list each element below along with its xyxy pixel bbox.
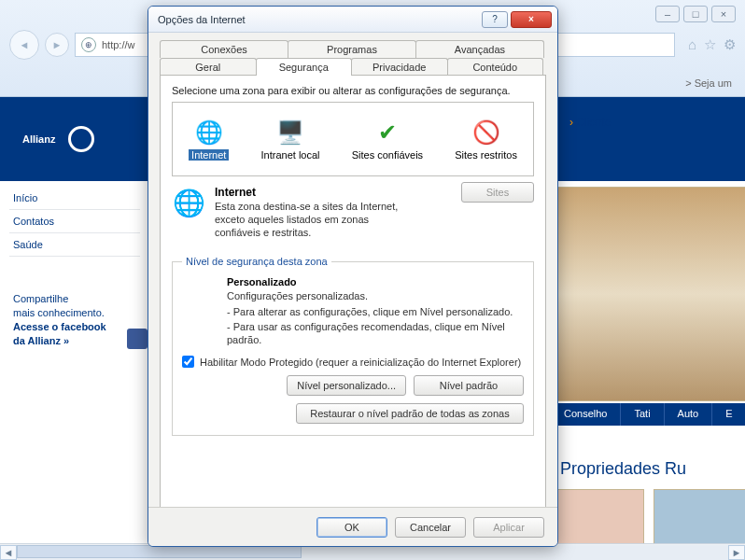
custom-title: Personalizado xyxy=(227,276,524,287)
tab-conteudo[interactable]: Conteúdo xyxy=(447,58,544,76)
zone-trusted-label: Sites confiáveis xyxy=(352,149,423,161)
zone-intranet-label: Intranet local xyxy=(261,149,320,161)
custom-line1: Configurações personalizadas. xyxy=(227,289,524,302)
hero-photo xyxy=(551,187,745,401)
nav-saude[interactable]: Saúde xyxy=(9,233,140,257)
zone-intranet[interactable]: 🖥️ Intranet local xyxy=(256,117,326,162)
brand-logo-text: Allianz xyxy=(22,133,55,145)
tab-geral[interactable]: Geral xyxy=(160,58,257,76)
breadcrumb-text: > Seja um xyxy=(685,77,732,89)
globe-icon: 🌐 xyxy=(172,186,205,219)
thumb-photo-1 xyxy=(551,489,644,543)
tile-tati[interactable]: Tati xyxy=(621,403,664,426)
tab-conexoes[interactable]: Conexões xyxy=(160,40,288,58)
tile-e[interactable]: E xyxy=(712,403,745,426)
thumbs-up-icon xyxy=(127,329,148,349)
custom-line2: - Para alterar as configurações, clique … xyxy=(227,305,524,318)
tools-icon[interactable]: ⚙ xyxy=(724,36,736,53)
url-text: http://w xyxy=(102,39,134,50)
zone-desc-title: Internet xyxy=(215,186,401,199)
tab-panel-seguranca: Selecione uma zona para exibir ou altera… xyxy=(160,75,546,519)
tile-auto[interactable]: Auto xyxy=(665,403,713,426)
scroll-left-arrow[interactable]: ◄ xyxy=(0,545,17,560)
zone-trusted[interactable]: ✔ Sites confiáveis xyxy=(346,117,429,162)
restore-all-button[interactable]: Restaurar o nível padrão de todas as zon… xyxy=(296,403,524,424)
custom-line3: - Para usar as configurações recomendada… xyxy=(227,320,524,347)
forward-button[interactable]: ► xyxy=(45,33,69,57)
window-close-button[interactable]: × xyxy=(711,6,736,22)
ok-button[interactable]: OK xyxy=(316,517,387,538)
tab-privacidade[interactable]: Privacidade xyxy=(351,58,448,76)
dialog-title: Opções da Internet xyxy=(158,14,479,25)
custom-level-button[interactable]: Nível personalizado... xyxy=(287,375,406,396)
category-tile-bar: Conselho Tati Auto E xyxy=(551,403,745,426)
fb-line2: mais conhecimento. xyxy=(13,306,136,320)
apply-button[interactable]: Aplicar xyxy=(473,517,544,538)
fb-line4: da Allianz » xyxy=(13,334,136,348)
thumb-photo-2 xyxy=(654,489,745,543)
dialog-footer: OK Cancelar Aplicar xyxy=(148,507,557,546)
zone-restricted[interactable]: 🚫 Sites restritos xyxy=(449,117,523,162)
zone-instruction: Selecione uma zona para exibir ou altera… xyxy=(172,85,534,96)
protected-mode-label: Habilitar Modo Protegido (requer a reini… xyxy=(200,357,521,368)
back-button[interactable]: ◄ xyxy=(9,30,39,60)
dialog-help-button[interactable]: ? xyxy=(482,11,508,28)
protected-mode-row[interactable]: Habilitar Modo Protegido (requer a reini… xyxy=(182,356,524,368)
nav-contatos[interactable]: Contatos xyxy=(9,210,140,233)
home-icon[interactable]: ⌂ xyxy=(688,36,696,53)
facebook-promo[interactable]: Compartilhe mais conhecimento. Acesse o … xyxy=(9,285,140,355)
computer-icon: 🖥️ xyxy=(276,119,304,147)
sites-button[interactable]: Sites xyxy=(461,182,534,203)
fieldset-legend: Nível de segurança desta zona xyxy=(182,256,331,267)
dialog-titlebar[interactable]: Opções da Internet ? × xyxy=(148,7,557,33)
sidebar-nav: Início Contatos Saúde Compartilhe mais c… xyxy=(9,187,140,355)
tab-seguranca[interactable]: Segurança xyxy=(256,58,353,76)
zone-restricted-label: Sites restritos xyxy=(455,149,517,161)
window-minimize-button[interactable]: – xyxy=(655,6,680,22)
scroll-right-arrow[interactable]: ► xyxy=(728,545,745,560)
nav-inicio[interactable]: Início xyxy=(9,187,140,210)
window-maximize-button[interactable]: □ xyxy=(683,6,708,22)
protected-mode-checkbox[interactable] xyxy=(182,356,194,368)
checkmark-icon: ✔ xyxy=(373,119,401,147)
tile-conselho[interactable]: Conselho xyxy=(551,403,621,426)
zone-desc-body: Esta zona destina-se a sites da Internet… xyxy=(215,201,401,239)
default-level-button[interactable]: Nível padrão xyxy=(414,375,524,396)
tab-avancadas[interactable]: Avançadas xyxy=(415,40,544,58)
security-level-fieldset: Nível de segurança desta zona Personaliz… xyxy=(172,256,534,436)
tab-programas[interactable]: Programas xyxy=(288,40,416,58)
dialog-close-button[interactable]: × xyxy=(511,11,552,28)
prohibited-icon: 🚫 xyxy=(472,119,500,147)
brand-logo-icon xyxy=(68,126,94,152)
cliente-link[interactable]: Cliente xyxy=(569,116,611,129)
zone-selector: 🌐 Internet 🖥️ Intranet local ✔ Sites con… xyxy=(172,102,534,176)
site-icon: ⊕ xyxy=(81,37,96,52)
cancel-button[interactable]: Cancelar xyxy=(395,517,466,538)
fb-line3: Acesse o facebook xyxy=(13,320,136,334)
section-title-propriedades: Propriedades Ru xyxy=(560,459,686,479)
globe-icon: 🌐 xyxy=(195,119,223,147)
zone-internet-label: Internet xyxy=(189,149,229,161)
favorites-icon[interactable]: ☆ xyxy=(704,36,716,53)
zone-internet[interactable]: 🌐 Internet xyxy=(183,117,234,162)
internet-options-dialog: Opções da Internet ? × Conexões Programa… xyxy=(148,6,558,547)
fb-line1: Compartilhe xyxy=(13,292,136,306)
